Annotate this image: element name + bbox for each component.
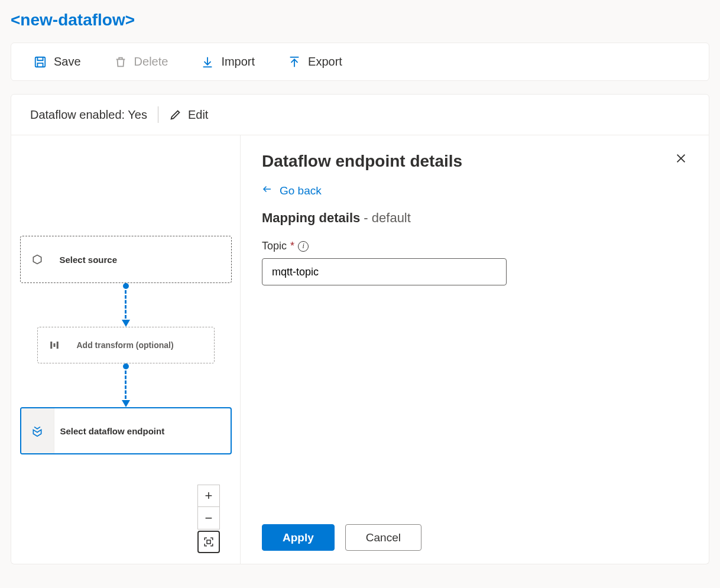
topic-label-text: Topic (262, 240, 287, 252)
topic-input[interactable] (262, 258, 507, 285)
fit-screen-button[interactable] (197, 531, 220, 553)
import-label: Import (221, 55, 255, 69)
cube-icon (21, 236, 54, 282)
info-icon[interactable]: i (298, 241, 309, 252)
connector (122, 363, 130, 407)
connector (122, 283, 130, 327)
pencil-icon (169, 108, 182, 121)
details-panel: Dataflow endpoint details Go back Mappin… (241, 135, 709, 564)
page-title: <new-dataflow> (11, 11, 709, 30)
divider (158, 106, 158, 123)
endpoint-icon (21, 408, 54, 453)
mapping-value: default (372, 210, 411, 225)
trash-icon (114, 56, 127, 69)
import-button[interactable]: Import (201, 55, 255, 69)
edit-label: Edit (188, 108, 208, 122)
svg-rect-2 (53, 343, 55, 347)
svg-rect-4 (207, 540, 210, 544)
export-icon (288, 56, 301, 69)
command-bar: Save Delete Import Export (11, 43, 709, 81)
mapping-separator: - (360, 210, 372, 225)
close-button[interactable] (674, 152, 687, 168)
zoom-controls: + − (197, 485, 220, 553)
svg-rect-1 (50, 342, 52, 349)
mapping-details: Mapping details - default (262, 210, 687, 226)
svg-rect-0 (35, 57, 46, 67)
zoom-in-button[interactable]: + (197, 485, 220, 507)
mapping-label: Mapping details (262, 210, 360, 225)
transform-icon (38, 327, 71, 363)
endpoint-node-label: Select dataflow endpoint (54, 426, 165, 436)
delete-button: Delete (114, 55, 168, 69)
canvas-panel: Select source Add transform (optional) S… (11, 135, 241, 564)
required-asterisk: * (290, 240, 294, 252)
arrow-left-icon (262, 184, 273, 197)
transform-node[interactable]: Add transform (optional) (37, 327, 215, 363)
edit-button[interactable]: Edit (169, 108, 208, 122)
zoom-out-button[interactable]: − (197, 507, 220, 529)
details-title: Dataflow endpoint details (262, 152, 462, 171)
transform-node-label: Add transform (optional) (71, 340, 174, 350)
save-label: Save (54, 55, 81, 69)
export-label: Export (308, 55, 342, 69)
topic-label: Topic * i (262, 240, 687, 252)
endpoint-node[interactable]: Select dataflow endpoint (20, 407, 232, 454)
cancel-button[interactable]: Cancel (345, 524, 421, 551)
apply-button[interactable]: Apply (262, 524, 335, 551)
footer-buttons: Apply Cancel (262, 524, 687, 551)
save-button[interactable]: Save (34, 55, 81, 69)
go-back-link[interactable]: Go back (262, 184, 687, 197)
svg-rect-3 (56, 342, 58, 349)
source-node[interactable]: Select source (20, 236, 232, 283)
import-icon (201, 56, 214, 69)
delete-label: Delete (134, 55, 168, 69)
status-bar: Dataflow enabled: Yes Edit (11, 94, 709, 135)
go-back-label: Go back (280, 184, 322, 197)
export-button[interactable]: Export (288, 55, 342, 69)
source-node-label: Select source (54, 255, 118, 265)
save-icon (34, 56, 47, 69)
dataflow-enabled-status: Dataflow enabled: Yes (30, 108, 147, 122)
main-area: Select source Add transform (optional) S… (11, 135, 709, 564)
